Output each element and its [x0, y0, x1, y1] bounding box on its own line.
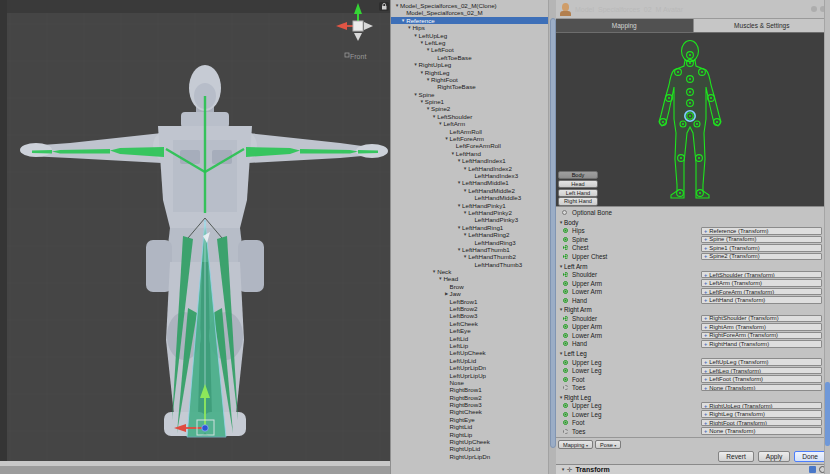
bone-object-field[interactable]: +LeftHand (Transform) — [701, 296, 822, 303]
bone-object-field[interactable]: +LeftArm (Transform) — [701, 279, 822, 286]
bone-object-field[interactable]: +RightForeArm (Transform) — [701, 332, 822, 339]
hierarchy-row[interactable]: RightLid — [391, 423, 548, 430]
hierarchy-row[interactable]: ▼RightFoot — [391, 76, 548, 83]
hierarchy-row[interactable]: ▼LeftHandMiddle2 — [391, 187, 548, 194]
hierarchy-row[interactable]: LeftHandPinky3 — [391, 216, 548, 223]
hierarchy-row[interactable]: ▼Spine2 — [391, 105, 548, 112]
hierarchy-row[interactable]: ▼RightLeg — [391, 69, 548, 76]
hierarchy-row[interactable]: LeftCheek — [391, 320, 548, 327]
hierarchy-row[interactable]: ▼LeftUpLeg — [391, 32, 548, 39]
hierarchy-row[interactable]: LeftBrow1 — [391, 298, 548, 305]
hierarchy-row[interactable]: ▼Hips — [391, 24, 548, 31]
bone-object-field[interactable]: +Spine1 (Transform) — [701, 244, 822, 251]
scene-canvas[interactable]: Front — [0, 0, 390, 474]
hierarchy-row[interactable]: ▼LeftHandIndex2 — [391, 165, 548, 172]
hierarchy-row[interactable]: ▼Reference — [391, 17, 548, 24]
hierarchy-row[interactable]: ▼LeftHandRing1 — [391, 224, 548, 231]
hierarchy-row[interactable]: ▼LeftForeArm — [391, 135, 548, 142]
hierarchy-row[interactable]: LeftUpCheek — [391, 349, 548, 356]
hierarchy-row[interactable]: LeftHandThumb3 — [391, 261, 548, 268]
bone-object-field[interactable]: +RightArm (Transform) — [701, 323, 822, 330]
done-button[interactable]: Done — [794, 451, 826, 462]
bone-object-field[interactable]: +None (Transform) — [701, 427, 822, 434]
bone-object-field[interactable]: +LeftFoot (Transform) — [701, 375, 822, 382]
bone-object-field[interactable]: +None (Transform) — [701, 384, 822, 391]
hierarchy-row[interactable]: ▼LeftHandMiddle1 — [391, 179, 548, 186]
hierarchy-row[interactable]: RightUprLipDn — [391, 453, 548, 460]
hierarchy-row[interactable]: LeftBrow3 — [391, 312, 548, 319]
hierarchy-row[interactable]: RightCheek — [391, 408, 548, 415]
hierarchy-row[interactable]: LeftUprLipDn — [391, 364, 548, 371]
hierarchy-row[interactable]: ▼RightUpLeg — [391, 61, 548, 68]
bone-object-field[interactable]: +RightFoot (Transform) — [701, 419, 822, 426]
bone-object-field[interactable]: +LeftShoulder (Transform) — [701, 271, 822, 278]
lock-icon[interactable] — [379, 2, 389, 11]
hierarchy-row[interactable]: LeftHandMiddle3 — [391, 194, 548, 201]
hierarchy-row[interactable]: ▼LeftHand — [391, 150, 548, 157]
hierarchy-row[interactable]: Brow — [391, 283, 548, 290]
hierarchy-row[interactable]: LeftUpLid — [391, 357, 548, 364]
foldout-arrow-icon[interactable]: ▼ — [560, 467, 566, 472]
hierarchy-row[interactable]: LeftArmRoll — [391, 128, 548, 135]
bone-object-field[interactable]: +Reference (Transform) — [701, 227, 822, 234]
transform-component-header[interactable]: ▼ ✛ Transform — [556, 464, 830, 474]
hierarchy-row[interactable]: ▼Model_Specialforces_02_M(Clone) — [391, 2, 548, 9]
hierarchy-row[interactable]: ▼LeftHandRing2 — [391, 231, 548, 238]
orientation-label[interactable]: Front — [350, 53, 366, 60]
right-hand-part-button[interactable]: Right Hand — [558, 197, 598, 205]
help-icon[interactable] — [811, 6, 817, 12]
hierarchy-row[interactable]: ▼LeftFoot — [391, 46, 548, 53]
inspector-scrollbar[interactable] — [824, 0, 830, 474]
hierarchy-row[interactable]: ▼Spine — [391, 91, 548, 98]
bone-section-header[interactable]: ▼Left Leg — [556, 349, 830, 358]
hierarchy-row[interactable]: ▼Spine1 — [391, 98, 548, 105]
hierarchy-row[interactable]: ▼LeftHandThumb2 — [391, 253, 548, 260]
bone-section-header[interactable]: ▼Right Leg — [556, 393, 830, 402]
hierarchy-row[interactable]: LeftHandRing3 — [391, 239, 548, 246]
revert-button[interactable]: Revert — [718, 451, 753, 462]
hierarchy-row[interactable]: ▼LeftLeg — [391, 39, 548, 46]
bone-section-header[interactable]: ▼Right Arm — [556, 306, 830, 315]
bone-object-field[interactable]: +LeftLeg (Transform) — [701, 367, 822, 374]
hierarchy-row[interactable]: RightEye — [391, 416, 548, 423]
hierarchy-row[interactable]: ▼LeftHandIndex1 — [391, 157, 548, 164]
hierarchy-row[interactable]: ▼LeftShoulder — [391, 113, 548, 120]
apply-button[interactable]: Apply — [758, 451, 791, 462]
mapping-menu-button[interactable]: Mapping ▾ — [558, 440, 593, 449]
bone-object-field[interactable]: +RightLeg (Transform) — [701, 410, 822, 417]
hierarchy-row[interactable]: ▼LeftHandPinky2 — [391, 209, 548, 216]
bone-object-field[interactable]: +Spine (Transform) — [701, 236, 822, 243]
hierarchy-row[interactable]: LeftLip — [391, 342, 548, 349]
hierarchy-row[interactable]: LeftForeArmRoll — [391, 142, 548, 149]
inspector-scrollbar-thumb[interactable] — [825, 382, 830, 446]
hierarchy-row[interactable]: LeftHandIndex3 — [391, 172, 548, 179]
bone-object-field[interactable]: +LeftForeArm (Transform) — [701, 288, 822, 295]
hierarchy-row[interactable]: ▼LeftArm — [391, 120, 548, 127]
hierarchy-row[interactable]: LeftEye — [391, 327, 548, 334]
hierarchy-row[interactable]: Model_Specialforces_02_M — [391, 9, 548, 16]
hierarchy-row[interactable]: RightBrow2 — [391, 394, 548, 401]
hierarchy-row[interactable]: RightUpLid — [391, 445, 548, 452]
hierarchy-row[interactable]: RightBrow3 — [391, 401, 548, 408]
hierarchy-scrollbar[interactable] — [548, 0, 556, 474]
bone-section-header[interactable]: ▼Left Arm — [556, 262, 830, 271]
hierarchy-row[interactable]: RightLip — [391, 431, 548, 438]
bone-object-field[interactable]: +LeftUpLeg (Transform) — [701, 358, 822, 365]
pose-menu-button[interactable]: Pose ▾ — [595, 440, 621, 449]
head-part-button[interactable]: Head — [558, 180, 598, 188]
hierarchy-row[interactable]: LeftBrow2 — [391, 305, 548, 312]
bone-section-header[interactable]: ▼Body — [556, 218, 830, 227]
bone-object-field[interactable]: +RightHand (Transform) — [701, 340, 822, 347]
hierarchy-row[interactable]: LeftUprLipUp — [391, 372, 548, 379]
scene-view[interactable]: Front — [0, 0, 390, 474]
avatar-mapping-diagram[interactable]: Body Head Left Hand Right Hand — [556, 33, 830, 207]
tab-mapping[interactable]: Mapping — [556, 19, 694, 32]
bone-object-field[interactable]: +RightUpLeg (Transform) — [701, 402, 822, 409]
hierarchy-row[interactable]: ▶Jaw — [391, 290, 548, 297]
hierarchy-row[interactable]: ▼Head — [391, 275, 548, 282]
hierarchy-row[interactable]: ▼Neck — [391, 268, 548, 275]
hierarchy-row[interactable]: RightUpCheek — [391, 438, 548, 445]
hierarchy-row[interactable]: LeftToeBase — [391, 54, 548, 61]
hierarchy-row[interactable]: Nose — [391, 379, 548, 386]
bone-object-field[interactable]: +RightShoulder (Transform) — [701, 315, 822, 322]
